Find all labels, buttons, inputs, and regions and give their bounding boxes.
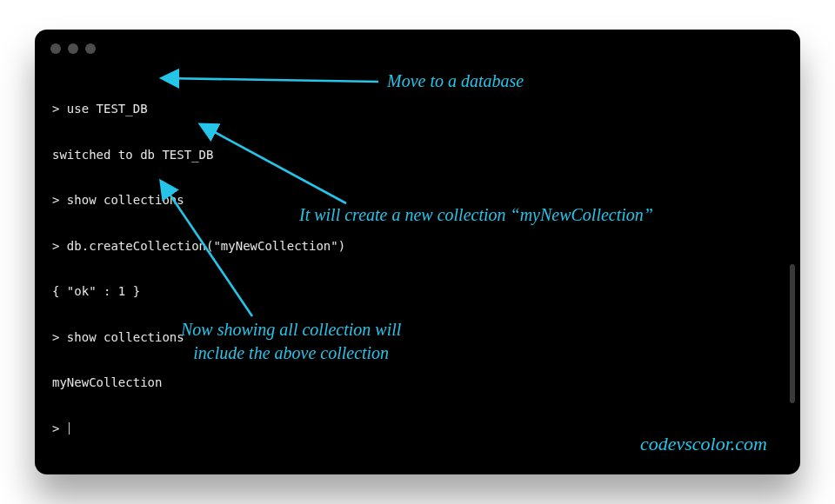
terminal-line: > db.createCollection("myNewCollection") (52, 239, 345, 255)
annotation-line: Now showing all collection will (181, 318, 401, 342)
scrollbar[interactable] (790, 264, 795, 403)
annotation-move-db: Move to a database (387, 70, 524, 93)
minimize-icon[interactable] (68, 43, 78, 54)
terminal-output[interactable]: > use TEST_DB switched to db TEST_DB > s… (52, 71, 345, 467)
terminal-line: { "ok" : 1 } (52, 284, 345, 300)
window-titlebar (35, 30, 800, 68)
terminal-line: myNewCollection (52, 375, 345, 391)
annotation-show-collection: Now showing all collection will include … (181, 318, 401, 365)
terminal-prompt-line: > (52, 421, 345, 437)
close-icon[interactable] (50, 43, 61, 54)
annotation-line: include the above collection (181, 342, 401, 365)
watermark: codevscolor.com (640, 433, 767, 455)
annotation-create-collection: It will create a new collection “myNewCo… (299, 203, 653, 227)
terminal-window: > use TEST_DB switched to db TEST_DB > s… (35, 30, 800, 474)
terminal-line: > use TEST_DB (52, 102, 345, 117)
zoom-icon[interactable] (85, 43, 96, 54)
terminal-line: switched to db TEST_DB (52, 148, 345, 163)
cursor-icon (69, 422, 70, 434)
